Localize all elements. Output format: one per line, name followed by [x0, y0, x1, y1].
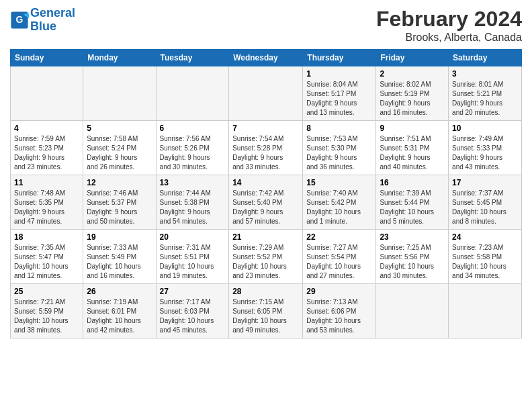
calendar-cell: 18Sunrise: 7:35 AM Sunset: 5:47 PM Dayli…: [11, 230, 83, 284]
calendar-table: SundayMondayTuesdayWednesdayThursdayFrid…: [10, 49, 522, 338]
day-info: Sunrise: 7:59 AM Sunset: 5:23 PM Dayligh…: [14, 134, 79, 172]
calendar-cell: 10Sunrise: 7:49 AM Sunset: 5:33 PM Dayli…: [449, 121, 522, 175]
day-info: Sunrise: 7:53 AM Sunset: 5:30 PM Dayligh…: [306, 134, 372, 172]
day-info: Sunrise: 7:58 AM Sunset: 5:24 PM Dayligh…: [87, 134, 152, 172]
calendar-cell: 22Sunrise: 7:27 AM Sunset: 5:54 PM Dayli…: [303, 230, 376, 284]
day-info: Sunrise: 7:37 AM Sunset: 5:45 PM Dayligh…: [452, 189, 518, 226]
calendar-cell: 3Sunrise: 8:01 AM Sunset: 5:21 PM Daylig…: [449, 66, 522, 121]
sub-title: Brooks, Alberta, Canada: [376, 32, 522, 44]
calendar-week-row: 1Sunrise: 8:04 AM Sunset: 5:17 PM Daylig…: [11, 66, 522, 121]
logo-text: General Blue: [30, 7, 75, 34]
day-info: Sunrise: 7:40 AM Sunset: 5:42 PM Dayligh…: [306, 189, 372, 226]
day-number: 1: [306, 69, 372, 79]
day-info: Sunrise: 7:23 AM Sunset: 5:58 PM Dayligh…: [452, 243, 518, 281]
calendar-cell: 15Sunrise: 7:40 AM Sunset: 5:42 PM Dayli…: [303, 175, 376, 230]
day-number: 5: [87, 124, 152, 133]
day-info: Sunrise: 7:48 AM Sunset: 5:35 PM Dayligh…: [14, 189, 79, 226]
calendar-week-row: 18Sunrise: 7:35 AM Sunset: 5:47 PM Dayli…: [11, 230, 522, 284]
day-info: Sunrise: 7:25 AM Sunset: 5:56 PM Dayligh…: [380, 243, 445, 281]
day-info: Sunrise: 7:54 AM Sunset: 5:28 PM Dayligh…: [232, 134, 299, 172]
day-info: Sunrise: 7:15 AM Sunset: 6:05 PM Dayligh…: [232, 298, 299, 335]
logo: G General Blue: [10, 7, 75, 34]
day-number: 29: [306, 287, 372, 296]
day-number: 28: [232, 287, 299, 296]
header-day: Friday: [376, 50, 449, 66]
logo-line1: General: [30, 6, 75, 19]
day-info: Sunrise: 7:31 AM Sunset: 5:51 PM Dayligh…: [160, 243, 226, 281]
day-number: 8: [306, 124, 372, 133]
calendar-cell: 1Sunrise: 8:04 AM Sunset: 5:17 PM Daylig…: [303, 66, 376, 121]
calendar-cell: 26Sunrise: 7:19 AM Sunset: 6:01 PM Dayli…: [83, 284, 156, 338]
day-info: Sunrise: 7:13 AM Sunset: 6:06 PM Dayligh…: [306, 298, 372, 335]
calendar-cell: 23Sunrise: 7:25 AM Sunset: 5:56 PM Dayli…: [376, 230, 449, 284]
calendar-cell: 21Sunrise: 7:29 AM Sunset: 5:52 PM Dayli…: [229, 230, 303, 284]
day-info: Sunrise: 7:49 AM Sunset: 5:33 PM Dayligh…: [452, 134, 518, 172]
calendar-cell: 9Sunrise: 7:51 AM Sunset: 5:31 PM Daylig…: [376, 121, 449, 175]
header-day: Tuesday: [156, 50, 229, 66]
day-info: Sunrise: 7:29 AM Sunset: 5:52 PM Dayligh…: [232, 243, 299, 281]
calendar-cell: [83, 66, 156, 121]
calendar-cell: 13Sunrise: 7:44 AM Sunset: 5:38 PM Dayli…: [156, 175, 229, 230]
day-number: 9: [380, 124, 445, 133]
day-number: 17: [452, 178, 518, 187]
calendar-cell: [11, 66, 83, 121]
day-number: 16: [380, 178, 445, 187]
day-info: Sunrise: 7:17 AM Sunset: 6:03 PM Dayligh…: [160, 298, 226, 335]
calendar-cell: 4Sunrise: 7:59 AM Sunset: 5:23 PM Daylig…: [11, 121, 83, 175]
header-day: Saturday: [449, 50, 522, 66]
day-number: 11: [14, 178, 79, 187]
calendar-cell: 28Sunrise: 7:15 AM Sunset: 6:05 PM Dayli…: [229, 284, 303, 338]
calendar-cell: [229, 66, 303, 121]
day-number: 15: [306, 178, 372, 187]
calendar-cell: 20Sunrise: 7:31 AM Sunset: 5:51 PM Dayli…: [156, 230, 229, 284]
header-day: Wednesday: [229, 50, 303, 66]
header-day: Sunday: [11, 50, 83, 66]
calendar-cell: 25Sunrise: 7:21 AM Sunset: 5:59 PM Dayli…: [11, 284, 83, 338]
calendar-cell: [376, 284, 449, 338]
day-number: 23: [380, 232, 445, 242]
day-number: 10: [452, 124, 518, 133]
calendar-cell: 24Sunrise: 7:23 AM Sunset: 5:58 PM Dayli…: [449, 230, 522, 284]
day-info: Sunrise: 7:33 AM Sunset: 5:49 PM Dayligh…: [87, 243, 152, 281]
day-number: 6: [160, 124, 226, 133]
day-info: Sunrise: 7:39 AM Sunset: 5:44 PM Dayligh…: [380, 189, 445, 226]
day-info: Sunrise: 7:42 AM Sunset: 5:40 PM Dayligh…: [232, 189, 299, 226]
calendar-week-row: 4Sunrise: 7:59 AM Sunset: 5:23 PM Daylig…: [11, 121, 522, 175]
header-row: SundayMondayTuesdayWednesdayThursdayFrid…: [11, 50, 522, 66]
calendar-cell: 27Sunrise: 7:17 AM Sunset: 6:03 PM Dayli…: [156, 284, 229, 338]
calendar-cell: 17Sunrise: 7:37 AM Sunset: 5:45 PM Dayli…: [449, 175, 522, 230]
day-number: 2: [380, 69, 445, 79]
day-info: Sunrise: 7:35 AM Sunset: 5:47 PM Dayligh…: [14, 243, 79, 281]
day-info: Sunrise: 8:01 AM Sunset: 5:21 PM Dayligh…: [452, 80, 518, 118]
day-number: 25: [14, 287, 79, 296]
day-info: Sunrise: 8:04 AM Sunset: 5:17 PM Dayligh…: [306, 80, 372, 118]
day-number: 13: [160, 178, 226, 187]
day-number: 24: [452, 232, 518, 242]
day-number: 27: [160, 287, 226, 296]
logo-line2: Blue: [30, 19, 56, 33]
day-number: 7: [232, 124, 299, 133]
calendar-week-row: 11Sunrise: 7:48 AM Sunset: 5:35 PM Dayli…: [11, 175, 522, 230]
calendar-cell: 11Sunrise: 7:48 AM Sunset: 5:35 PM Dayli…: [11, 175, 83, 230]
calendar-cell: 6Sunrise: 7:56 AM Sunset: 5:26 PM Daylig…: [156, 121, 229, 175]
calendar-cell: 8Sunrise: 7:53 AM Sunset: 5:30 PM Daylig…: [303, 121, 376, 175]
title-area: February 2024 Brooks, Alberta, Canada: [376, 7, 522, 44]
calendar-cell: 2Sunrise: 8:02 AM Sunset: 5:19 PM Daylig…: [376, 66, 449, 121]
day-number: 3: [452, 69, 518, 79]
day-number: 19: [87, 232, 152, 242]
day-info: Sunrise: 7:27 AM Sunset: 5:54 PM Dayligh…: [306, 243, 372, 281]
page: G General Blue February 2024 Brooks, Alb…: [0, 0, 532, 345]
day-number: 12: [87, 178, 152, 187]
day-info: Sunrise: 7:44 AM Sunset: 5:38 PM Dayligh…: [160, 189, 226, 226]
day-number: 22: [306, 232, 372, 242]
day-number: 20: [160, 232, 226, 242]
calendar-cell: 5Sunrise: 7:58 AM Sunset: 5:24 PM Daylig…: [83, 121, 156, 175]
logo-icon: G: [10, 11, 29, 30]
calendar-cell: [156, 66, 229, 121]
day-number: 4: [14, 124, 79, 133]
day-number: 18: [14, 232, 79, 242]
svg-text:G: G: [16, 14, 24, 25]
header-day: Thursday: [303, 50, 376, 66]
calendar-cell: 12Sunrise: 7:46 AM Sunset: 5:37 PM Dayli…: [83, 175, 156, 230]
main-title: February 2024: [376, 7, 522, 32]
